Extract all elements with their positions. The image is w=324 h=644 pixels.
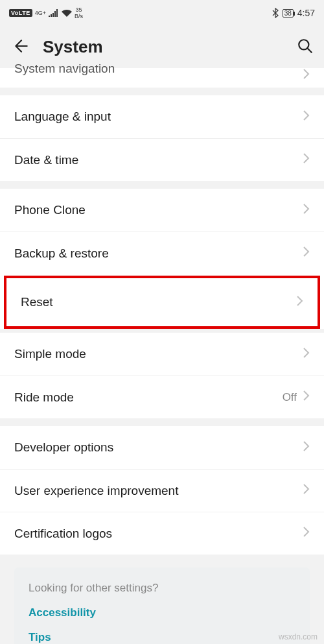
link-accessibility[interactable]: Accessibility (29, 606, 295, 619)
back-arrow-icon (13, 38, 30, 54)
row-backup-restore[interactable]: Backup & restore (0, 232, 324, 274)
chevron-right-icon (302, 483, 310, 498)
settings-group: Simple mode Ride mode Off (0, 333, 324, 418)
settings-group: Language & input Date & time (0, 95, 324, 181)
row-system-navigation[interactable]: System navigation (0, 68, 324, 88)
row-label: Backup & restore (14, 246, 302, 261)
battery-icon: 38 (283, 9, 294, 18)
row-phone-clone[interactable]: Phone Clone (0, 189, 324, 232)
watermark: wsxdn.com (279, 632, 318, 641)
row-reset[interactable]: Reset (6, 278, 318, 326)
row-label: Phone Clone (14, 203, 302, 217)
row-date-time[interactable]: Date & time (0, 138, 324, 181)
chevron-right-icon (302, 347, 310, 362)
search-button[interactable] (297, 38, 314, 57)
page-title: System (43, 37, 284, 57)
speed-value: 35 (75, 6, 82, 13)
row-label: Reset (21, 295, 295, 309)
settings-group: Developer options User experience improv… (0, 426, 324, 555)
back-button[interactable] (13, 38, 30, 57)
row-language-input[interactable]: Language & input (0, 95, 324, 138)
chevron-right-icon (302, 110, 310, 125)
chevron-right-icon (295, 295, 303, 310)
row-label: Certification logos (14, 527, 302, 541)
row-label: Date & time (14, 153, 302, 167)
settings-group: Phone Clone Backup & restore Reset (0, 189, 324, 329)
row-label: Developer options (14, 440, 302, 455)
signal-icon (49, 9, 59, 17)
status-left: VoLTE 4G+ 35 B/s (9, 6, 83, 19)
chevron-right-icon (302, 152, 310, 167)
speed-unit: B/s (75, 13, 83, 19)
clock: 4:57 (297, 8, 315, 18)
search-icon (297, 38, 314, 54)
row-label: Simple mode (14, 347, 302, 361)
chevron-right-icon (302, 390, 310, 405)
bluetooth-icon (272, 8, 279, 18)
row-developer-options[interactable]: Developer options (0, 426, 324, 469)
row-label: Ride mode (14, 390, 283, 405)
link-tips[interactable]: Tips (29, 631, 295, 644)
row-value: Off (283, 391, 297, 404)
row-certification-logos[interactable]: Certification logos (0, 512, 324, 555)
chevron-right-icon (302, 246, 310, 261)
row-ride-mode[interactable]: Ride mode Off (0, 376, 324, 418)
chevron-right-icon (302, 440, 310, 455)
row-simple-mode[interactable]: Simple mode (0, 333, 324, 376)
wifi-icon (62, 9, 72, 17)
other-settings-heading: Looking for other settings? (29, 582, 295, 595)
chevron-right-icon (302, 68, 310, 83)
row-label: Language & input (14, 110, 302, 124)
settings-group: System navigation (0, 68, 324, 88)
chevron-right-icon (302, 526, 310, 541)
row-label: User experience improvement (14, 484, 302, 498)
status-right: 38 4:57 (272, 8, 315, 18)
highlighted-reset: Reset (4, 276, 320, 329)
chevron-right-icon (302, 203, 310, 218)
status-bar: VoLTE 4G+ 35 B/s 38 4:57 (0, 0, 324, 26)
speed-indicator: 35 B/s (75, 6, 83, 19)
row-label: System navigation (14, 62, 302, 76)
volte-badge: VoLTE (9, 9, 32, 17)
row-user-experience[interactable]: User experience improvement (0, 469, 324, 512)
settings-list: System navigation Language & input Date … (0, 68, 324, 644)
network-generation: 4G+ (35, 10, 46, 16)
other-settings-card: Looking for other settings? Accessibilit… (14, 567, 310, 644)
